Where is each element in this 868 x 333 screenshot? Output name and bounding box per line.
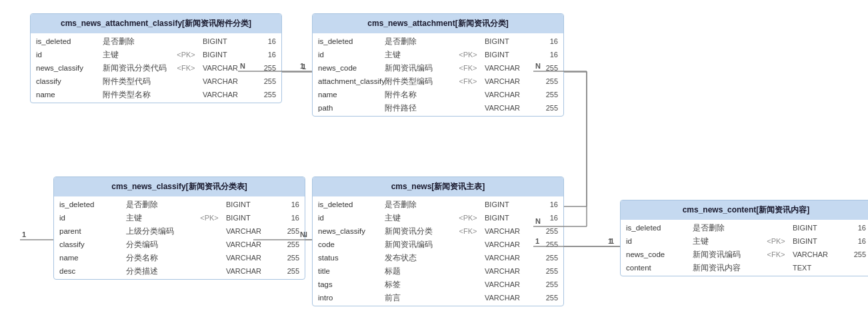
table-row: news_classify 新闻资讯分类代码 <FK> VARCHAR 255 — [31, 61, 281, 75]
table-row: id 主键 <PK> BIGINT 16 — [31, 48, 281, 61]
table-news-header: cms_news[新闻资讯主表] — [313, 177, 563, 196]
table-row: is_deleted 是否删除 BIGINT 16 — [621, 221, 868, 234]
table-attachment-header: cms_news_attachment[新闻资讯分类] — [313, 14, 563, 33]
table-news: cms_news[新闻资讯主表] is_deleted 是否删除 BIGINT … — [312, 176, 564, 306]
table-row: name 附件名称 VARCHAR 255 — [313, 88, 563, 101]
svg-text:1: 1 — [22, 230, 26, 238]
table-classify-body: is_deleted 是否删除 BIGINT 16 id 主键 <PK> BIG… — [54, 196, 305, 279]
table-row: id 主键 <PK> BIGINT 16 — [313, 211, 563, 224]
label-1-attach: 1 — [302, 63, 306, 71]
table-news-body: is_deleted 是否删除 BIGINT 16 id 主键 <PK> BIG… — [313, 196, 563, 306]
table-row: news_classify 新闻资讯分类 <FK> VARCHAR 255 — [313, 224, 563, 238]
table-attachment-classify-header: cms_news_attachment_classify[新闻资讯附件分类] — [31, 14, 281, 33]
table-classify: cms_news_classify[新闻资讯分类表] is_deleted 是否… — [53, 176, 305, 280]
table-row: title 标题 VARCHAR 255 — [313, 264, 563, 278]
table-row: news_code 新闻资讯编码 <FK> VARCHAR 255 — [313, 61, 563, 75]
table-row: is_deleted 是否删除 BIGINT 16 — [313, 198, 563, 211]
table-row: parent 上级分类编码 VARCHAR 255 — [54, 224, 305, 238]
table-row: desc 分类描述 VARCHAR 255 — [54, 264, 305, 278]
table-row: status 发布状态 VARCHAR 255 — [313, 251, 563, 264]
table-row: content 新闻资讯内容 TEXT — [621, 261, 868, 274]
svg-text:1: 1 — [300, 62, 304, 70]
svg-text:1: 1 — [608, 237, 612, 245]
table-row: name 附件类型名称 VARCHAR 255 — [31, 88, 281, 101]
table-classify-header: cms_news_classify[新闻资讯分类表] — [54, 177, 305, 196]
table-content-header: cms_news_content[新闻资讯内容] — [621, 200, 868, 220]
label-1-content: 1 — [610, 237, 614, 245]
table-content-body: is_deleted 是否删除 BIGINT 16 id 主键 <PK> BIG… — [621, 220, 868, 276]
table-row: tags 标签 VARCHAR 255 — [313, 278, 563, 291]
table-attachment-body: is_deleted 是否删除 BIGINT 16 id 主键 <PK> BIG… — [313, 33, 563, 116]
table-content: cms_news_content[新闻资讯内容] is_deleted 是否删除… — [620, 200, 868, 276]
table-row: code 新闻资讯编码 VARCHAR 255 — [313, 238, 563, 251]
table-row: intro 前言 VARCHAR 255 — [313, 291, 563, 304]
table-row: path 附件路径 VARCHAR 255 — [313, 101, 563, 115]
table-attachment: cms_news_attachment[新闻资讯分类] is_deleted 是… — [312, 13, 564, 117]
table-row: is_deleted 是否删除 BIGINT 16 — [54, 198, 305, 211]
table-row: name 分类名称 VARCHAR 255 — [54, 251, 305, 264]
table-row: attachment_classify 附件类型编码 <FK> VARCHAR … — [313, 75, 563, 88]
table-row: is_deleted 是否删除 BIGINT 16 — [313, 35, 563, 48]
table-row: classify 附件类型代码 VARCHAR 255 — [31, 75, 281, 88]
diagram-container: N 1 N N 1 N 1 1 cms_news_attachment_clas… — [0, 0, 868, 333]
table-row: id 主键 <PK> BIGINT 16 — [54, 211, 305, 224]
table-row: id 主键 <PK> BIGINT 16 — [313, 48, 563, 61]
table-row: id 主键 <PK> BIGINT 16 — [621, 234, 868, 248]
table-attachment-classify-body: is_deleted 是否删除 BIGINT 16 id 主键 <PK> BIG… — [31, 33, 281, 103]
table-attachment-classify: cms_news_attachment_classify[新闻资讯附件分类] i… — [30, 13, 282, 103]
table-row: is_deleted 是否删除 BIGINT 16 — [31, 35, 281, 48]
table-row: news_code 新闻资讯编码 <FK> VARCHAR 255 — [621, 248, 868, 261]
table-row: classify 分类编码 VARCHAR 255 — [54, 238, 305, 251]
